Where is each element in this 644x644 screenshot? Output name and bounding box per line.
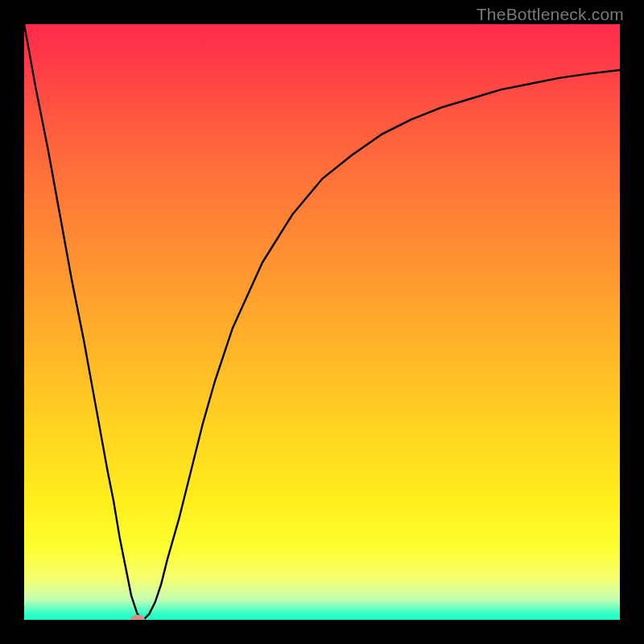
- bottleneck-curve-svg: [24, 24, 620, 620]
- plot-area: [24, 24, 620, 620]
- chart-frame: TheBottleneck.com: [0, 0, 644, 644]
- watermark-text: TheBottleneck.com: [477, 5, 624, 24]
- bottleneck-curve: [24, 24, 620, 620]
- minimum-marker: [130, 615, 145, 621]
